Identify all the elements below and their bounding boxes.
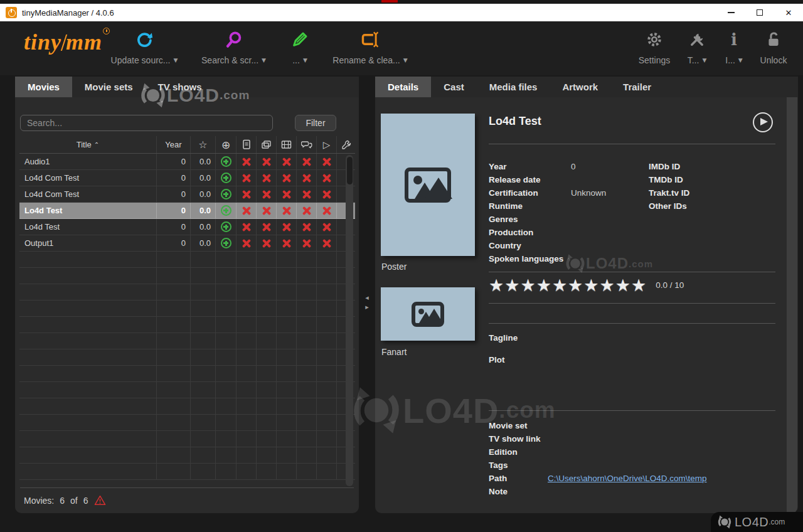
table-row[interactable]: Lo4d Test 0 0.0 [19, 219, 355, 235]
minimize-button[interactable] [716, 4, 745, 21]
movies-table-scrollbar[interactable] [346, 155, 353, 486]
collapse-right-icon[interactable]: ▸ [365, 303, 369, 311]
row-images-missing [257, 219, 277, 235]
search-scrape-button[interactable]: Search & scr...▼ [191, 26, 276, 65]
column-images[interactable] [257, 136, 277, 153]
tab-media-files[interactable]: Media files [477, 77, 550, 97]
table-row[interactable]: Audio1 0 0.0 [19, 154, 355, 170]
filter-button[interactable]: Filter [295, 115, 336, 131]
red-x-icon [242, 189, 252, 199]
star-icon[interactable]: ★ [520, 275, 536, 295]
images-icon [261, 140, 272, 150]
tab-movies[interactable]: Movies [15, 77, 72, 97]
footer-divider [20, 487, 354, 488]
tab-tv-shows[interactable]: TV shows [146, 77, 215, 97]
tab-artwork[interactable]: Artwork [550, 77, 610, 97]
row-nfo-missing [237, 186, 257, 202]
row-title: Lo4d Com Test [19, 186, 157, 202]
star-icon[interactable]: ★ [536, 275, 552, 295]
column-edit[interactable] [337, 136, 355, 153]
star-icon[interactable]: ★ [631, 275, 647, 295]
nfo-document-icon [242, 139, 252, 150]
star-icon[interactable]: ★ [568, 275, 583, 295]
maximize-button[interactable] [745, 4, 774, 21]
tools-icon [688, 26, 706, 53]
details-scrollbar[interactable] [787, 97, 797, 513]
fanart-placeholder[interactable] [381, 287, 475, 341]
tools-menu-button[interactable]: T...▼ [680, 26, 714, 65]
detail-field-row: Certification Unknown [489, 186, 649, 200]
column-play[interactable]: ▷ [317, 136, 337, 153]
search-icon [225, 26, 243, 53]
row-subtitles-missing [297, 154, 317, 169]
star-icon[interactable]: ★ [552, 275, 568, 295]
scrollbar-thumb[interactable] [347, 157, 353, 184]
poster-placeholder[interactable] [381, 114, 475, 256]
table-row[interactable]: Output1 0 0.0 [19, 235, 355, 252]
tab-trailer[interactable]: Trailer [610, 77, 664, 97]
red-x-icon [322, 189, 332, 199]
search-input[interactable] [20, 115, 273, 131]
column-nfo[interactable] [237, 136, 257, 153]
comments-icon [301, 140, 312, 149]
table-row[interactable]: Lo4d Com Test 0 0.0 [19, 170, 355, 186]
detail-field-row: Production [489, 226, 649, 239]
row-trailer-missing [277, 203, 297, 218]
edit-menu-button[interactable]: ...▼ [276, 26, 324, 65]
row-watched [216, 186, 237, 202]
star-icon[interactable]: ★ [583, 275, 599, 295]
panel-splitter[interactable]: ◂ ▸ [362, 294, 372, 311]
row-watched [216, 219, 237, 235]
empty-table-row [19, 382, 355, 398]
info-menu-button[interactable]: i I...▼ [718, 26, 750, 65]
toolbar: tinymm Update sourc...▼ Search & scr...▼… [0, 21, 803, 75]
detail-field-row: Edition [489, 445, 775, 459]
row-year: 0 [157, 235, 191, 251]
row-subtitles-missing [297, 235, 317, 251]
tab-movie-sets[interactable]: Movie sets [72, 77, 146, 97]
empty-table-row [19, 464, 355, 480]
star-icon[interactable]: ★ [504, 275, 520, 295]
column-year[interactable]: Year [157, 136, 191, 153]
id-field-row: Other IDs [649, 200, 689, 213]
detail-field-row: Release date [489, 173, 649, 186]
table-row[interactable]: Lo4d Test 0 0.0 [19, 203, 355, 219]
update-source-button[interactable]: Update sourc...▼ [100, 26, 188, 65]
column-rating[interactable]: ☆ [191, 136, 216, 153]
row-watched [216, 170, 237, 186]
chevron-down-icon: ▼ [702, 57, 706, 63]
star-icon[interactable]: ★ [615, 275, 631, 295]
details-fields: Year 0 Release date Certification Unknow… [489, 160, 649, 265]
row-images-missing [257, 186, 277, 202]
red-x-icon [262, 222, 272, 231]
column-title[interactable]: Title⌃ [19, 136, 157, 153]
table-row[interactable]: Lo4d Com Test 0 0.0 [19, 186, 355, 203]
play-movie-button[interactable] [753, 112, 773, 132]
detail-field-row: Movie set [489, 419, 775, 432]
column-subtitles[interactable] [297, 136, 317, 153]
red-x-icon [302, 173, 312, 183]
column-trailer[interactable] [277, 136, 297, 153]
red-x-icon [302, 238, 312, 248]
tab-cast[interactable]: Cast [431, 77, 477, 97]
bottom-fields: Movie set TV show link Edition T [489, 419, 775, 498]
collapse-left-icon[interactable]: ◂ [365, 294, 369, 302]
rating-stars[interactable]: ★★★★★★★★★★ [489, 277, 647, 294]
star-icon[interactable]: ★ [600, 275, 615, 295]
unlock-button[interactable]: Unlock [754, 26, 793, 65]
id-label: TMDb ID [649, 173, 683, 186]
row-images-missing [257, 235, 277, 251]
empty-table-row [19, 349, 355, 366]
settings-button[interactable]: Settings [634, 26, 675, 65]
badge-text: LO4D [735, 515, 768, 529]
red-x-icon [322, 206, 332, 215]
divider [489, 144, 775, 144]
close-button[interactable]: ✕ [774, 4, 803, 21]
rename-cleanup-button[interactable]: Rename & clea...▼ [326, 26, 414, 65]
row-year: 0 [157, 203, 191, 218]
red-x-icon [242, 238, 252, 248]
column-watched[interactable]: ⊕ [216, 136, 237, 153]
red-x-icon [282, 206, 292, 215]
star-icon[interactable]: ★ [489, 275, 504, 295]
tab-details[interactable]: Details [375, 77, 431, 97]
